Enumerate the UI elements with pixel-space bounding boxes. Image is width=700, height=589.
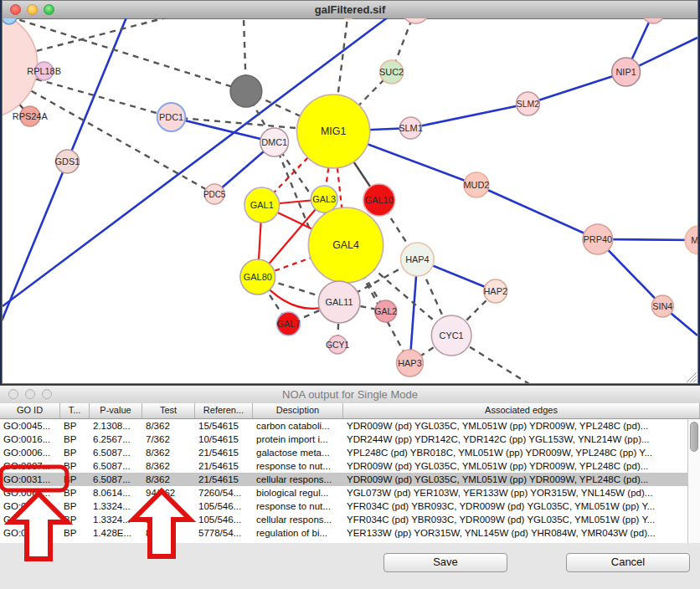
- column-header-test[interactable]: Test: [142, 403, 195, 418]
- table-cell: 8/362: [142, 459, 195, 473]
- table-cell: 6.2567...: [90, 433, 142, 446]
- table-body: GO:0045...BP2.1308...8/36215/54615carbon…: [0, 419, 700, 543]
- graph-node-label: GAL11: [326, 297, 353, 307]
- table-cell: BP: [60, 419, 90, 433]
- table-cell: 8/362: [142, 473, 195, 486]
- graph-node-label: RPS24A: [13, 111, 49, 121]
- table-cell: 7/362: [142, 433, 195, 446]
- network-window-title: galFiltered.sif: [3, 3, 697, 16]
- table-cell: 1.428E...: [90, 526, 142, 540]
- table-cell: BP: [60, 486, 90, 499]
- vertical-scrollbar-track[interactable]: [687, 419, 700, 543]
- table-cell: BP: [60, 473, 90, 486]
- graph-node-label: CYC1: [440, 330, 464, 341]
- table-row[interactable]: GO:0065...BP8.0614...94/3627260/54...bio…: [0, 486, 700, 499]
- graph-node-label: PDC5: [203, 190, 226, 199]
- table-cell: regulation of bi...: [253, 526, 343, 540]
- table-cell: GO:0045...: [0, 419, 60, 433]
- table-cell: YGL073W (pd) YER103W, YER133W (pp) YOR31…: [343, 486, 700, 499]
- table-cell: 6.5087...: [90, 473, 142, 486]
- network-window: galFiltered.sif RPL18BRPS24AGDS1PDC1PDC5…: [2, 0, 698, 384]
- graph-node-top_pink2[interactable]: [642, 18, 664, 23]
- vertical-scrollbar-thumb[interactable]: [690, 422, 698, 452]
- column-header-t-[interactable]: T...: [60, 403, 90, 418]
- save-button[interactable]: Save: [383, 553, 507, 572]
- column-header-p-value[interactable]: P-value: [90, 403, 142, 418]
- table-cell: YFR034C (pd) YBR093C, YDR009W (pd) YGL03…: [343, 513, 700, 526]
- table-cell: response to nut...: [253, 459, 343, 473]
- graph-node-label: HAP3: [398, 358, 422, 368]
- noa-window-title: NOA output for Single Mode: [0, 388, 700, 401]
- network-window-titlebar[interactable]: galFiltered.sif: [3, 1, 697, 19]
- table-row[interactable]: GO:0031...BP6.5087...8/36221/54615cellul…: [0, 473, 700, 486]
- table-header: GO IDT...P-valueTestReferen...Desciption…: [0, 403, 700, 419]
- resize-grip[interactable]: [685, 371, 697, 382]
- table-cell: 94/362: [142, 486, 195, 499]
- graph-node-label: MSI: [691, 235, 697, 245]
- graph-node-label: RPL18B: [27, 66, 61, 76]
- table-cell: 21/54615: [195, 446, 253, 459]
- table-cell: 21/54615: [195, 473, 253, 486]
- table-cell: 1.3324...: [90, 513, 142, 526]
- graph-node-graynode[interactable]: [230, 75, 262, 107]
- table-cell: cellular respons...: [253, 473, 343, 486]
- table-row[interactable]: GO:0007...BP6.5087...8/36221/54615respon…: [0, 459, 700, 473]
- graph-node-label: MUD2: [463, 180, 489, 190]
- cancel-button[interactable]: Cancel: [566, 553, 690, 572]
- graph-edge-blue[interactable]: [172, 117, 275, 142]
- table-cell: 105/546...: [195, 513, 253, 526]
- graph-edge-blue[interactable]: [410, 104, 528, 128]
- table-cell: 105/546...: [195, 499, 253, 513]
- network-canvas[interactable]: RPL18BRPS24AGDS1PDC1PDC5DMC1MIG1SUC2SLM1…: [3, 18, 697, 383]
- desktop: { "network_window": { "title": "galFilte…: [0, 0, 700, 589]
- graph-node-label: DMC1: [261, 137, 287, 147]
- table-cell: 6.5087...: [90, 446, 142, 459]
- graph-node-label: GAL4: [332, 239, 359, 251]
- column-header-associated-edges[interactable]: Associated edges: [343, 403, 700, 418]
- table-cell: 11/362: [142, 499, 195, 513]
- graph-node-label: GCY1: [326, 341, 350, 350]
- table-cell: GO:0050...: [0, 526, 60, 540]
- graph-node-label: SUC2: [379, 67, 404, 77]
- graph-edge-blue[interactable]: [476, 185, 598, 239]
- table-cell: 10/54615: [195, 433, 253, 446]
- noa-window-titlebar[interactable]: NOA output for Single Mode: [0, 386, 700, 404]
- noa-window: NOA output for Single Mode GO IDT...P-va…: [0, 385, 700, 589]
- table-cell: GO:0065...: [0, 486, 60, 499]
- table-cell: carbon cataboli...: [253, 419, 343, 433]
- table-cell: 21/54615: [195, 459, 253, 473]
- graph-node-label: PRP40: [584, 234, 613, 244]
- table-row[interactable]: GO:0045...BP2.1308...8/36215/54615carbon…: [0, 419, 700, 433]
- table-cell: galactose meta...: [253, 446, 343, 459]
- table-cell: YER133W (pp) YOR315W, YNL145W (pd) YHR08…: [343, 526, 700, 540]
- table-cell: YFR034C (pd) YBR093C, YDR009W (pd) YGL03…: [343, 499, 700, 513]
- graph-node-label: GAL2: [374, 307, 397, 316]
- column-header-desciption[interactable]: Desciption: [253, 403, 343, 418]
- table-row[interactable]: GO:0031...BP1.3324...11/362105/546...res…: [0, 499, 700, 513]
- graph-node-label: MIG1: [321, 125, 346, 137]
- table-row[interactable]: GO:0050...BP1.428E...80/3625778/54...reg…: [0, 526, 700, 540]
- table-cell: GO:0016...: [0, 433, 60, 446]
- graph-node-label: GAL7: [277, 319, 301, 329]
- column-header-referen-[interactable]: Referen...: [195, 403, 253, 418]
- table-cell: cellular respons...: [253, 513, 343, 526]
- table-cell: GO:0031...: [0, 513, 60, 526]
- table-row[interactable]: GO:0016...BP6.2567...7/36210/54615protei…: [0, 433, 700, 446]
- table-cell: GO:0031...: [0, 499, 60, 513]
- table-cell: BP: [60, 526, 90, 540]
- graph-edge-blue[interactable]: [528, 72, 625, 104]
- table-cell: 7260/54...: [195, 486, 253, 499]
- graph-node-label: NIP1: [615, 67, 636, 77]
- table-cell: YDR244W (pp) YDR142C, YDR142C (pp) YGL15…: [343, 433, 700, 446]
- table-row[interactable]: GO:0006...BP6.5087...8/36221/54615galact…: [0, 446, 700, 459]
- table-cell: 2.1308...: [90, 419, 142, 433]
- column-header-go-id[interactable]: GO ID: [0, 403, 60, 418]
- graph-node-top_green[interactable]: [340, 18, 357, 19]
- graph-node-top_pink1[interactable]: [402, 18, 430, 23]
- table-cell: GO:0031...: [0, 473, 60, 486]
- table-cell: BP: [60, 513, 90, 526]
- table-row[interactable]: GO:0031...BP1.3324...11/362105/546...cel…: [0, 513, 700, 526]
- table-cell: biological regul...: [253, 486, 343, 499]
- table-cell: protein import i...: [253, 433, 343, 446]
- table-cell: 15/54615: [195, 419, 253, 433]
